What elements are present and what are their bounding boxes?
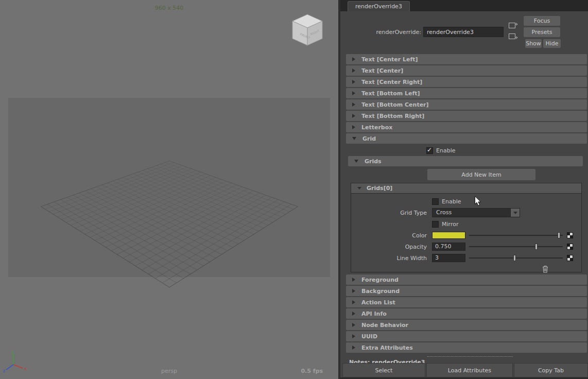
section-label: Text [Center] bbox=[361, 67, 403, 74]
section-label: Letterbox bbox=[361, 124, 392, 131]
tab-bar: renderOverride3 bbox=[340, 0, 588, 11]
color-slider-handle[interactable] bbox=[558, 232, 560, 238]
section-extra-attributes[interactable]: Extra Attributes bbox=[346, 342, 587, 353]
section-letterbox[interactable]: Letterbox bbox=[346, 122, 587, 132]
attribute-sections: Text [Center Left] Text [Center] Text [C… bbox=[346, 54, 587, 369]
section-uuid[interactable]: UUID bbox=[346, 331, 587, 341]
grid-enable-row: Enable bbox=[346, 145, 587, 156]
section-label: Grid bbox=[362, 135, 376, 142]
opacity-label: Opacity bbox=[351, 244, 432, 250]
color-slider[interactable] bbox=[469, 232, 563, 239]
chevron-down-icon bbox=[352, 137, 356, 140]
mirror-label: Mirror bbox=[442, 221, 458, 228]
color-map-button[interactable] bbox=[567, 232, 573, 238]
chevron-right-icon bbox=[352, 102, 355, 107]
trash-row bbox=[351, 264, 581, 277]
select-button[interactable]: Select bbox=[342, 363, 425, 377]
delete-item-icon[interactable] bbox=[542, 265, 549, 273]
grids0-enable-label: Enable bbox=[442, 198, 461, 205]
color-label: Color bbox=[351, 232, 432, 239]
opacity-slider[interactable] bbox=[469, 243, 563, 250]
section-api-info[interactable]: API Info bbox=[346, 308, 587, 319]
opacity-row: Opacity 0.750 bbox=[351, 241, 581, 252]
grid-type-row: Grid Type Cross bbox=[351, 207, 581, 218]
opacity-field[interactable]: 0.750 bbox=[432, 243, 465, 251]
axis-y-label: y bbox=[11, 350, 14, 355]
section-label: Text [Center Left] bbox=[361, 56, 418, 63]
chevron-right-icon bbox=[352, 80, 355, 84]
section-label: Text [Center Right] bbox=[361, 79, 422, 85]
section-label: Grids bbox=[365, 158, 382, 165]
section-node-behavior[interactable]: Node Behavior bbox=[346, 320, 587, 330]
input-connection-icon[interactable] bbox=[508, 21, 518, 30]
load-attributes-button[interactable]: Load Attributes bbox=[426, 363, 513, 377]
chevron-right-icon bbox=[352, 278, 355, 282]
section-label: Foreground bbox=[361, 277, 399, 283]
line-width-row: Line Width 3 bbox=[351, 252, 581, 264]
section-grid[interactable]: Grid bbox=[346, 133, 587, 144]
chevron-down-icon bbox=[513, 212, 517, 214]
mirror-checkbox[interactable] bbox=[432, 221, 439, 228]
camera-name-label: persp bbox=[0, 368, 338, 374]
section-text-center-right[interactable]: Text [Center Right] bbox=[346, 77, 587, 87]
opacity-slider-handle[interactable] bbox=[535, 244, 538, 250]
section-background[interactable]: Background bbox=[346, 286, 587, 296]
show-button[interactable]: Show bbox=[525, 39, 542, 48]
line-width-map-button[interactable] bbox=[567, 255, 573, 261]
footer-bar: Select Load Attributes Copy Tab bbox=[342, 363, 588, 377]
color-swatch[interactable] bbox=[432, 232, 465, 239]
render-override-label: renderOverride: bbox=[351, 29, 421, 36]
section-label: UUID bbox=[361, 333, 377, 340]
grids0-frame: Grids[0] Enable Grid Type Cross bbox=[351, 183, 582, 272]
viewport-3d[interactable]: 960 x 540 FRONT RIGHT y x z persp 0.5 fp… bbox=[0, 0, 338, 379]
tab-renderoverride3[interactable]: renderOverride3 bbox=[348, 1, 410, 11]
add-new-item-row: Add New Item bbox=[346, 167, 587, 183]
chevron-right-icon bbox=[352, 323, 355, 327]
chevron-right-icon bbox=[352, 346, 355, 350]
opacity-map-button[interactable] bbox=[567, 244, 573, 250]
chevron-right-icon bbox=[352, 125, 355, 129]
chevron-right-icon bbox=[352, 68, 355, 73]
section-label: Action List bbox=[361, 299, 395, 306]
chevron-right-icon bbox=[352, 300, 355, 304]
grid-enable-label: Enable bbox=[436, 147, 455, 154]
hide-button[interactable]: Hide bbox=[543, 39, 561, 48]
grids0-header[interactable]: Grids[0] bbox=[351, 183, 581, 194]
focus-button[interactable]: Focus bbox=[524, 16, 560, 26]
grid-type-dropdown-button[interactable] bbox=[511, 208, 520, 217]
section-text-bottom-right[interactable]: Text [Bottom Right] bbox=[346, 111, 587, 121]
attribute-editor-panel: renderOverride3 renderOverride: Focus Pr… bbox=[340, 0, 588, 379]
line-width-label: Line Width bbox=[351, 255, 432, 262]
chevron-right-icon bbox=[352, 334, 355, 338]
line-width-field[interactable]: 3 bbox=[432, 254, 465, 262]
grid-type-dropdown[interactable]: Cross bbox=[432, 208, 511, 217]
section-text-bottom-left[interactable]: Text [Bottom Left] bbox=[346, 88, 587, 98]
copy-tab-button[interactable]: Copy Tab bbox=[514, 363, 588, 377]
add-new-item-button[interactable]: Add New Item bbox=[427, 169, 535, 180]
chevron-right-icon bbox=[352, 312, 355, 316]
viewcube-icon[interactable]: FRONT RIGHT bbox=[287, 10, 327, 51]
chevron-down-icon bbox=[354, 160, 358, 163]
output-connection-icon[interactable] bbox=[508, 32, 518, 41]
section-text-center[interactable]: Text [Center] bbox=[346, 65, 587, 76]
section-label: API Info bbox=[361, 311, 387, 317]
section-text-bottom-center[interactable]: Text [Bottom Center] bbox=[346, 99, 587, 110]
section-grids[interactable]: Grids bbox=[348, 156, 583, 166]
grids0-enable-checkbox[interactable] bbox=[432, 198, 439, 205]
presets-button[interactable]: Presets bbox=[524, 27, 560, 37]
line-width-slider-handle[interactable] bbox=[513, 255, 516, 261]
grid-enable-checkbox[interactable] bbox=[426, 147, 433, 154]
grid-type-label: Grid Type bbox=[351, 210, 432, 216]
render-override-name-input[interactable] bbox=[423, 27, 504, 37]
chevron-right-icon bbox=[352, 91, 355, 95]
mirror-row: Mirror bbox=[351, 218, 581, 230]
section-text-center-left[interactable]: Text [Center Left] bbox=[346, 54, 587, 64]
section-label: Background bbox=[361, 288, 400, 295]
grids0-header-label: Grids[0] bbox=[367, 185, 392, 192]
fps-label: 0.5 fps bbox=[301, 368, 323, 374]
chevron-right-icon bbox=[352, 289, 355, 293]
line-width-slider[interactable] bbox=[469, 254, 563, 262]
chevron-right-icon bbox=[352, 57, 355, 61]
section-action-list[interactable]: Action List bbox=[346, 297, 587, 307]
grids0-enable-row: Enable bbox=[351, 196, 581, 207]
